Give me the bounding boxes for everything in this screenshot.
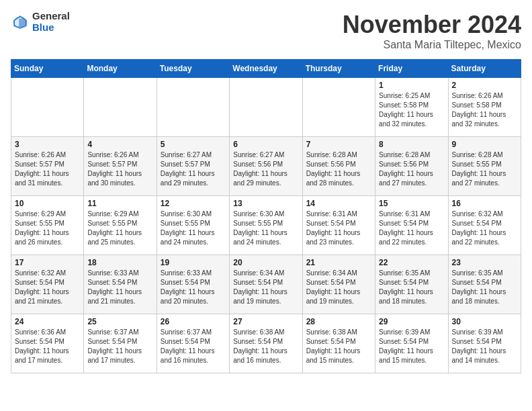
day-cell: 6Sunrise: 6:27 AM Sunset: 5:56 PM Daylig… bbox=[230, 137, 302, 196]
day-number: 26 bbox=[161, 317, 226, 326]
day-cell: 9Sunrise: 6:28 AM Sunset: 5:55 PM Daylig… bbox=[448, 137, 521, 196]
day-info: Sunrise: 6:36 AM Sunset: 5:54 PM Dayligh… bbox=[15, 328, 80, 365]
day-info: Sunrise: 6:30 AM Sunset: 5:55 PM Dayligh… bbox=[233, 210, 298, 247]
location-subtitle: Santa Maria Tiltepec, Mexico bbox=[343, 39, 521, 51]
calendar-header: SundayMondayTuesdayWednesdayThursdayFrid… bbox=[11, 60, 521, 78]
day-cell: 24Sunrise: 6:36 AM Sunset: 5:54 PM Dayli… bbox=[11, 314, 84, 373]
day-number: 2 bbox=[452, 81, 517, 90]
day-info: Sunrise: 6:28 AM Sunset: 5:55 PM Dayligh… bbox=[452, 150, 517, 188]
week-row-2: 3Sunrise: 6:26 AM Sunset: 5:57 PM Daylig… bbox=[11, 137, 521, 196]
day-info: Sunrise: 6:27 AM Sunset: 5:56 PM Dayligh… bbox=[233, 150, 298, 188]
week-row-3: 10Sunrise: 6:29 AM Sunset: 5:55 PM Dayli… bbox=[11, 196, 521, 255]
day-number: 14 bbox=[306, 199, 371, 208]
day-cell: 13Sunrise: 6:30 AM Sunset: 5:55 PM Dayli… bbox=[230, 196, 302, 255]
day-cell: 20Sunrise: 6:34 AM Sunset: 5:54 PM Dayli… bbox=[230, 255, 302, 314]
day-number: 9 bbox=[452, 140, 517, 149]
day-number: 13 bbox=[233, 199, 298, 208]
month-title: November 2024 bbox=[343, 11, 521, 39]
day-cell bbox=[302, 78, 375, 137]
logo-general: General bbox=[32, 11, 70, 22]
day-cell: 8Sunrise: 6:28 AM Sunset: 5:56 PM Daylig… bbox=[375, 137, 448, 196]
logo-blue: Blue bbox=[32, 22, 70, 34]
day-info: Sunrise: 6:34 AM Sunset: 5:54 PM Dayligh… bbox=[233, 269, 298, 306]
day-cell: 12Sunrise: 6:30 AM Sunset: 5:55 PM Dayli… bbox=[157, 196, 229, 255]
day-cell bbox=[84, 78, 157, 137]
day-info: Sunrise: 6:32 AM Sunset: 5:54 PM Dayligh… bbox=[15, 269, 80, 306]
day-number: 1 bbox=[379, 81, 444, 90]
day-number: 8 bbox=[379, 140, 444, 149]
day-cell: 25Sunrise: 6:37 AM Sunset: 5:54 PM Dayli… bbox=[84, 314, 157, 373]
day-cell: 14Sunrise: 6:31 AM Sunset: 5:54 PM Dayli… bbox=[302, 196, 375, 255]
day-number: 7 bbox=[306, 140, 371, 149]
day-info: Sunrise: 6:32 AM Sunset: 5:54 PM Dayligh… bbox=[452, 210, 517, 247]
calendar-table: SundayMondayTuesdayWednesdayThursdayFrid… bbox=[11, 59, 521, 373]
day-cell: 17Sunrise: 6:32 AM Sunset: 5:54 PM Dayli… bbox=[11, 255, 84, 314]
day-info: Sunrise: 6:35 AM Sunset: 5:54 PM Dayligh… bbox=[452, 269, 517, 306]
day-number: 25 bbox=[87, 317, 152, 326]
day-info: Sunrise: 6:28 AM Sunset: 5:56 PM Dayligh… bbox=[306, 150, 371, 188]
day-cell bbox=[230, 78, 302, 137]
day-cell: 15Sunrise: 6:31 AM Sunset: 5:54 PM Dayli… bbox=[375, 196, 448, 255]
logo-text: General Blue bbox=[32, 11, 70, 33]
day-cell: 3Sunrise: 6:26 AM Sunset: 5:57 PM Daylig… bbox=[11, 137, 84, 196]
day-info: Sunrise: 6:31 AM Sunset: 5:54 PM Dayligh… bbox=[379, 210, 444, 247]
header-cell-sunday: Sunday bbox=[11, 60, 84, 78]
day-number: 3 bbox=[15, 140, 80, 149]
day-info: Sunrise: 6:33 AM Sunset: 5:54 PM Dayligh… bbox=[161, 269, 226, 306]
day-number: 11 bbox=[87, 199, 152, 208]
week-row-1: 1Sunrise: 6:25 AM Sunset: 5:58 PM Daylig… bbox=[11, 78, 521, 137]
day-cell: 4Sunrise: 6:26 AM Sunset: 5:57 PM Daylig… bbox=[84, 137, 157, 196]
day-cell bbox=[11, 78, 84, 137]
day-number: 6 bbox=[233, 140, 298, 149]
logo: General Blue bbox=[11, 11, 70, 33]
day-cell: 23Sunrise: 6:35 AM Sunset: 5:54 PM Dayli… bbox=[448, 255, 521, 314]
day-info: Sunrise: 6:31 AM Sunset: 5:54 PM Dayligh… bbox=[306, 210, 371, 247]
day-cell: 26Sunrise: 6:37 AM Sunset: 5:54 PM Dayli… bbox=[157, 314, 229, 373]
day-cell: 28Sunrise: 6:38 AM Sunset: 5:54 PM Dayli… bbox=[302, 314, 375, 373]
day-cell: 19Sunrise: 6:33 AM Sunset: 5:54 PM Dayli… bbox=[157, 255, 229, 314]
day-cell: 30Sunrise: 6:39 AM Sunset: 5:54 PM Dayli… bbox=[448, 314, 521, 373]
day-number: 22 bbox=[379, 258, 444, 267]
day-info: Sunrise: 6:38 AM Sunset: 5:54 PM Dayligh… bbox=[233, 328, 298, 365]
day-number: 12 bbox=[161, 199, 226, 208]
day-number: 18 bbox=[87, 258, 152, 267]
day-number: 19 bbox=[161, 258, 226, 267]
day-info: Sunrise: 6:26 AM Sunset: 5:57 PM Dayligh… bbox=[15, 150, 80, 188]
page-header: General Blue November 2024 Santa Maria T… bbox=[11, 11, 521, 51]
day-cell: 27Sunrise: 6:38 AM Sunset: 5:54 PM Dayli… bbox=[230, 314, 302, 373]
day-cell: 29Sunrise: 6:39 AM Sunset: 5:54 PM Dayli… bbox=[375, 314, 448, 373]
header-cell-monday: Monday bbox=[84, 60, 157, 78]
day-number: 5 bbox=[161, 140, 226, 149]
day-cell: 5Sunrise: 6:27 AM Sunset: 5:57 PM Daylig… bbox=[157, 137, 229, 196]
day-number: 15 bbox=[379, 199, 444, 208]
day-info: Sunrise: 6:39 AM Sunset: 5:54 PM Dayligh… bbox=[452, 328, 517, 365]
day-info: Sunrise: 6:26 AM Sunset: 5:57 PM Dayligh… bbox=[87, 150, 152, 188]
day-info: Sunrise: 6:37 AM Sunset: 5:54 PM Dayligh… bbox=[161, 328, 226, 365]
day-number: 17 bbox=[15, 258, 80, 267]
day-info: Sunrise: 6:27 AM Sunset: 5:57 PM Dayligh… bbox=[161, 150, 226, 188]
day-number: 28 bbox=[306, 317, 371, 326]
week-row-4: 17Sunrise: 6:32 AM Sunset: 5:54 PM Dayli… bbox=[11, 255, 521, 314]
day-cell: 16Sunrise: 6:32 AM Sunset: 5:54 PM Dayli… bbox=[448, 196, 521, 255]
day-number: 24 bbox=[15, 317, 80, 326]
day-info: Sunrise: 6:39 AM Sunset: 5:54 PM Dayligh… bbox=[379, 328, 444, 365]
day-cell: 1Sunrise: 6:25 AM Sunset: 5:58 PM Daylig… bbox=[375, 78, 448, 137]
day-info: Sunrise: 6:34 AM Sunset: 5:54 PM Dayligh… bbox=[306, 269, 371, 306]
calendar-body: 1Sunrise: 6:25 AM Sunset: 5:58 PM Daylig… bbox=[11, 78, 521, 373]
header-cell-tuesday: Tuesday bbox=[157, 60, 229, 78]
day-cell: 22Sunrise: 6:35 AM Sunset: 5:54 PM Dayli… bbox=[375, 255, 448, 314]
day-info: Sunrise: 6:29 AM Sunset: 5:55 PM Dayligh… bbox=[87, 210, 152, 247]
day-info: Sunrise: 6:28 AM Sunset: 5:56 PM Dayligh… bbox=[379, 150, 444, 188]
day-cell: 2Sunrise: 6:26 AM Sunset: 5:58 PM Daylig… bbox=[448, 78, 521, 137]
week-row-5: 24Sunrise: 6:36 AM Sunset: 5:54 PM Dayli… bbox=[11, 314, 521, 373]
logo-icon bbox=[11, 13, 30, 32]
day-cell: 10Sunrise: 6:29 AM Sunset: 5:55 PM Dayli… bbox=[11, 196, 84, 255]
day-info: Sunrise: 6:26 AM Sunset: 5:58 PM Dayligh… bbox=[452, 91, 517, 129]
day-number: 23 bbox=[452, 258, 517, 267]
day-info: Sunrise: 6:33 AM Sunset: 5:54 PM Dayligh… bbox=[87, 269, 152, 306]
header-cell-saturday: Saturday bbox=[448, 60, 521, 78]
day-cell: 11Sunrise: 6:29 AM Sunset: 5:55 PM Dayli… bbox=[84, 196, 157, 255]
header-cell-thursday: Thursday bbox=[302, 60, 375, 78]
day-number: 27 bbox=[233, 317, 298, 326]
header-row: SundayMondayTuesdayWednesdayThursdayFrid… bbox=[11, 60, 521, 78]
